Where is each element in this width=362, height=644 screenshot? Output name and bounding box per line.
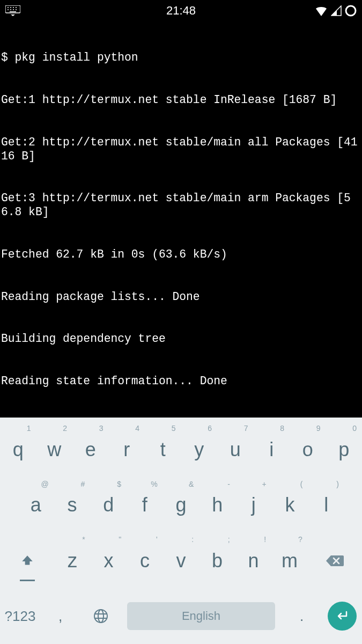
key-hint: % <box>151 480 157 488</box>
key-m[interactable]: ?m <box>271 533 308 589</box>
symbols-key[interactable]: ?123 <box>0 589 40 645</box>
key-w[interactable]: 2w <box>36 422 73 478</box>
key-hint: 4 <box>135 424 139 433</box>
key-q[interactable]: 1q <box>0 422 36 478</box>
key-d[interactable]: $d <box>90 478 127 533</box>
key-n[interactable]: !n <box>235 533 272 589</box>
svg-point-12 <box>98 610 104 623</box>
key-p[interactable]: 0p <box>326 422 363 478</box>
backspace-icon <box>326 554 344 568</box>
terminal-line: Reading state information... Done <box>1 374 361 388</box>
keyboard-row-3: *z "x 'c :v ;b !n ?m <box>0 533 362 589</box>
key-hint: + <box>262 480 267 488</box>
key-hint: 8 <box>280 424 284 433</box>
key-hint: 0 <box>352 424 357 433</box>
system-icon <box>345 5 357 17</box>
svg-point-10 <box>346 6 356 16</box>
keyboard-row-2: @a #s $d %f &g -h +j (k )l <box>0 478 362 533</box>
period-key[interactable]: . <box>282 589 322 645</box>
shift-key[interactable] <box>0 533 54 589</box>
key-label: k <box>285 494 295 516</box>
key-label: s <box>67 494 77 516</box>
status-bar: 21:48 <box>0 0 362 21</box>
key-hint: " <box>119 535 121 544</box>
key-j[interactable]: +j <box>235 478 272 533</box>
svg-rect-9 <box>10 11 16 12</box>
key-o[interactable]: 9o <box>290 422 326 478</box>
wifi-icon <box>315 5 328 16</box>
space-bar: English <box>127 602 275 630</box>
cell-signal-icon <box>331 5 342 16</box>
terminal-output[interactable]: $ pkg install python Get:1 http://termux… <box>0 21 362 418</box>
key-label: . <box>300 608 304 625</box>
keyboard-row-4: ?123 , English . <box>0 589 362 645</box>
enter-key[interactable] <box>322 589 362 645</box>
key-label: t <box>160 438 166 461</box>
soft-keyboard: 1q 2w 3e 4r 5t 6y 7u 8i 9o 0p @a #s $d %… <box>0 418 362 644</box>
enter-icon <box>335 609 350 624</box>
key-label: z <box>68 550 77 572</box>
key-g[interactable]: &g <box>163 478 200 533</box>
key-label: i <box>269 438 274 461</box>
key-label: l <box>324 494 328 516</box>
backspace-key[interactable] <box>308 533 362 589</box>
key-hint: $ <box>117 480 121 488</box>
svg-point-6 <box>10 9 11 10</box>
keyboard-indicator-icon <box>5 5 20 16</box>
terminal-line: $ pkg install python <box>1 50 361 64</box>
key-label: y <box>194 438 204 461</box>
key-label: w <box>47 438 61 461</box>
svg-point-11 <box>94 610 107 623</box>
key-t[interactable]: 5t <box>145 422 181 478</box>
globe-icon <box>93 608 109 624</box>
key-hint: ; <box>228 535 230 544</box>
key-hint: ) <box>336 480 339 488</box>
key-r[interactable]: 4r <box>109 422 145 478</box>
key-label: c <box>140 550 150 572</box>
svg-point-2 <box>10 7 11 8</box>
key-hint: ! <box>264 535 266 544</box>
key-b[interactable]: ;b <box>199 533 235 589</box>
enter-circle <box>328 602 357 631</box>
key-z[interactable]: *z <box>54 533 91 589</box>
key-hint: 7 <box>244 424 248 433</box>
key-e[interactable]: 3e <box>72 422 109 478</box>
key-hint: @ <box>41 480 48 488</box>
key-x[interactable]: "x <box>91 533 127 589</box>
key-k[interactable]: (k <box>272 478 308 533</box>
key-label: h <box>212 494 223 516</box>
shift-underline <box>20 580 35 581</box>
key-label: g <box>175 494 186 516</box>
key-u[interactable]: 7u <box>217 422 254 478</box>
space-key[interactable]: English <box>121 589 282 645</box>
key-label: p <box>338 438 349 461</box>
key-hint: * <box>82 535 85 544</box>
key-label: v <box>176 550 186 572</box>
key-label: r <box>123 438 130 461</box>
key-l[interactable]: )l <box>308 478 344 533</box>
key-c[interactable]: 'c <box>127 533 163 589</box>
key-v[interactable]: :v <box>163 533 200 589</box>
svg-point-4 <box>16 7 17 8</box>
key-label: u <box>230 438 241 461</box>
key-f[interactable]: %f <box>127 478 163 533</box>
shift-icon <box>20 554 34 568</box>
key-hint: ( <box>300 480 303 488</box>
key-hint: 1 <box>27 424 31 433</box>
key-label: b <box>212 550 223 572</box>
comma-key[interactable]: , <box>40 589 80 645</box>
key-hint: 6 <box>208 424 212 433</box>
language-key[interactable] <box>80 589 121 645</box>
key-y[interactable]: 6y <box>181 422 218 478</box>
key-h[interactable]: -h <box>199 478 235 533</box>
key-a[interactable]: @a <box>18 478 54 533</box>
svg-point-5 <box>8 9 9 10</box>
svg-point-8 <box>16 9 17 10</box>
key-hint: 5 <box>172 424 176 433</box>
key-label: d <box>103 494 114 516</box>
terminal-line: Get:3 http://termux.net stable/main arm … <box>1 191 361 219</box>
key-s[interactable]: #s <box>54 478 91 533</box>
key-label: m <box>282 550 298 572</box>
key-i[interactable]: 8i <box>254 422 290 478</box>
terminal-line: Reading package lists... Done <box>1 290 361 304</box>
